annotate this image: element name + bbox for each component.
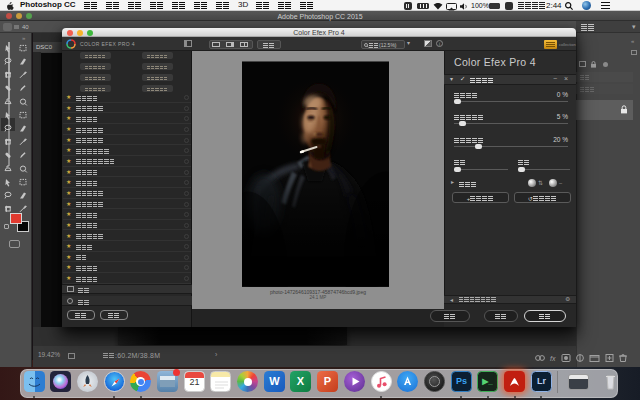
svg-text:fx: fx <box>550 355 556 362</box>
